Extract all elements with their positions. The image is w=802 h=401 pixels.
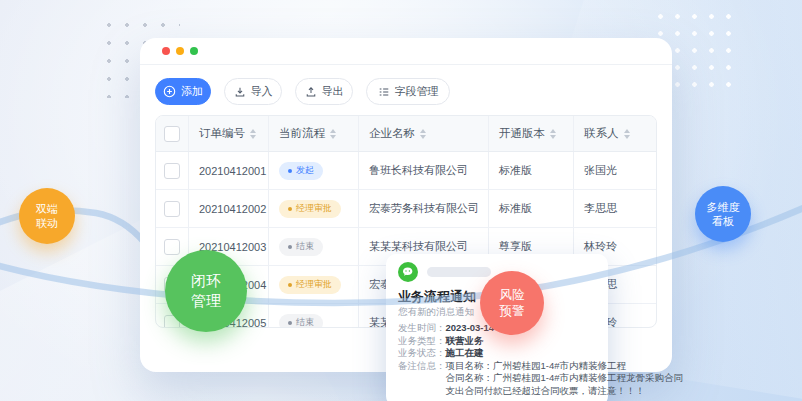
sort-icon[interactable] xyxy=(550,129,556,139)
header-order-number: 订单编号 xyxy=(189,116,269,151)
flow-status-label: 结束 xyxy=(296,316,314,328)
badge-line: 闭环 xyxy=(191,271,221,291)
notification-source-placeholder xyxy=(427,267,491,277)
cell-current-flow: 经理审批 xyxy=(269,190,359,227)
header-current-flow: 当前流程 xyxy=(269,116,359,151)
import-button[interactable]: 导入 xyxy=(224,78,282,105)
sort-icon[interactable] xyxy=(624,129,630,139)
field-label: 发生时间： xyxy=(398,322,446,335)
table-header-row: 订单编号 当前流程 企业名称 开通版本 联系人 xyxy=(156,116,656,152)
notification-field-remark: 备注信息： 项目名称：广州碧桂园1-4#市内精装修工程 合同名称：广州碧桂园1-… xyxy=(398,360,596,398)
add-button[interactable]: 添加 xyxy=(155,78,211,105)
field-manage-button[interactable]: 字段管理 xyxy=(366,78,450,105)
feature-badge-dual-link: 双端 联动 xyxy=(19,188,75,244)
row-checkbox[interactable] xyxy=(164,201,180,217)
header-label: 企业名称 xyxy=(369,126,415,141)
select-all-checkbox[interactable] xyxy=(164,126,180,142)
cell-current-flow: 结束 xyxy=(269,228,359,265)
cell-current-flow: 结束 xyxy=(269,304,359,328)
cell-version: 标准版 xyxy=(489,152,574,189)
flow-status-badge: 发起 xyxy=(279,162,323,180)
remark-line: 合同名称：广州碧桂园1-4#市内精装修工程龙骨采购合同 xyxy=(446,372,684,385)
flow-status-label: 经理审批 xyxy=(296,202,332,215)
header-label: 订单编号 xyxy=(199,126,245,141)
flow-status-label: 结束 xyxy=(296,240,314,253)
cell-order-number: 20210412002 xyxy=(189,190,269,227)
badge-line: 预警 xyxy=(500,303,525,319)
titlebar-divider xyxy=(140,64,672,65)
close-window-button[interactable] xyxy=(162,47,170,55)
add-button-label: 添加 xyxy=(181,84,203,99)
download-icon xyxy=(234,86,246,98)
cell-company-name: 宏泰劳务科技有限公司 xyxy=(359,190,489,227)
field-manage-button-label: 字段管理 xyxy=(395,84,439,99)
cell-current-flow: 经理审批 xyxy=(269,266,359,303)
feature-badge-risk-warning: 风险 预警 xyxy=(480,271,544,335)
toolbar: 添加 导入 导出 字段管理 xyxy=(155,78,450,105)
cell-company-name: 鲁班长科技有限公司 xyxy=(359,152,489,189)
header-company-name: 企业名称 xyxy=(359,116,489,151)
field-label: 业务类型： xyxy=(398,335,446,348)
sort-icon[interactable] xyxy=(420,129,426,139)
remark-line: 支出合同付款已经超过合同收票，请注意！！！ xyxy=(446,385,684,398)
feature-badge-dashboard: 多维度 看板 xyxy=(695,186,751,242)
header-label: 联系人 xyxy=(584,126,619,141)
header-label: 当前流程 xyxy=(279,126,325,141)
export-button-label: 导出 xyxy=(322,84,344,99)
flow-status-label: 经理审批 xyxy=(296,278,332,291)
import-button-label: 导入 xyxy=(251,84,273,99)
field-value: 施工在建 xyxy=(446,347,484,360)
badge-line: 看板 xyxy=(712,214,734,228)
remark-lines: 项目名称：广州碧桂园1-4#市内精装修工程 合同名称：广州碧桂园1-4#市内精装… xyxy=(446,360,684,398)
minimize-window-button[interactable] xyxy=(176,47,184,55)
flow-status-label: 发起 xyxy=(296,164,314,177)
flow-status-badge: 经理审批 xyxy=(279,200,341,218)
cell-contact: 张国光 xyxy=(574,152,656,189)
field-label: 备注信息： xyxy=(398,360,446,398)
wechat-icon xyxy=(398,262,418,282)
header-contact: 联系人 xyxy=(574,116,656,151)
field-label: 业务状态： xyxy=(398,347,446,360)
sort-icon[interactable] xyxy=(250,129,256,139)
window-controls xyxy=(162,47,198,55)
landing-illustration: 添加 导入 导出 字段管理 xyxy=(0,0,802,401)
sort-icon[interactable] xyxy=(330,129,336,139)
table-row: 20210412001 发起 鲁班长科技有限公司 标准版 张国光 xyxy=(156,152,656,190)
remark-line: 项目名称：广州碧桂园1-4#市内精装修工程 xyxy=(446,360,684,373)
row-checkbox[interactable] xyxy=(164,239,180,255)
maximize-window-button[interactable] xyxy=(190,47,198,55)
header-version: 开通版本 xyxy=(489,116,574,151)
notification-field-type: 业务类型： 联营业务 xyxy=(398,335,596,348)
export-button[interactable]: 导出 xyxy=(295,78,353,105)
badge-line: 联动 xyxy=(36,216,58,230)
badge-line: 管理 xyxy=(191,291,221,311)
field-value: 联营业务 xyxy=(446,335,484,348)
notification-field-status: 业务状态： 施工在建 xyxy=(398,347,596,360)
badge-line: 多维度 xyxy=(707,200,740,214)
badge-line: 风险 xyxy=(500,287,525,303)
flow-status-badge: 结束 xyxy=(279,314,323,329)
header-label: 开通版本 xyxy=(499,126,545,141)
cell-version: 标准版 xyxy=(489,190,574,227)
cell-order-number: 20210412001 xyxy=(189,152,269,189)
badge-line: 双端 xyxy=(36,202,58,216)
table-row: 20210412002 经理审批 宏泰劳务科技有限公司 标准版 李思思 xyxy=(156,190,656,228)
upload-icon xyxy=(305,86,317,98)
plus-circle-icon xyxy=(163,85,176,98)
cell-current-flow: 发起 xyxy=(269,152,359,189)
row-checkbox[interactable] xyxy=(164,163,180,179)
feature-badge-closed-loop: 闭环 管理 xyxy=(165,250,247,332)
flow-status-badge: 结束 xyxy=(279,238,323,256)
flow-status-badge: 经理审批 xyxy=(279,276,341,294)
cell-contact: 李思思 xyxy=(574,190,656,227)
list-settings-icon xyxy=(378,86,390,98)
